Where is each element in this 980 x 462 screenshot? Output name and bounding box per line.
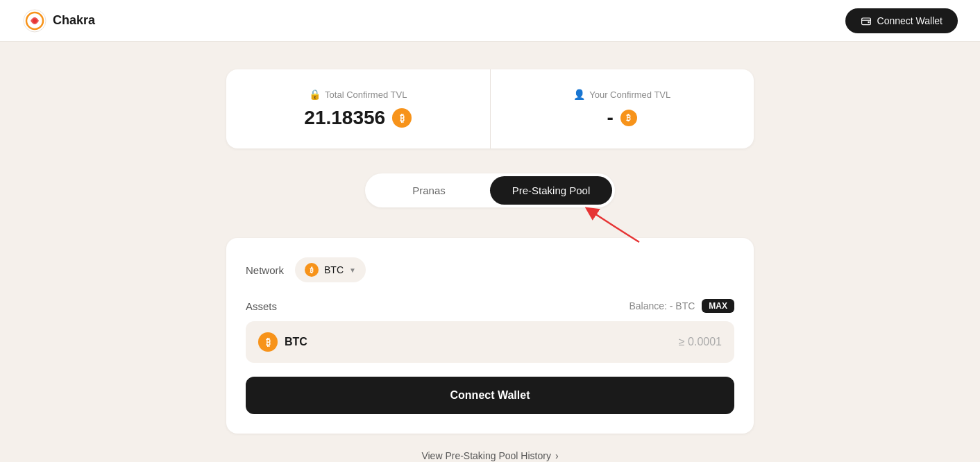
asset-amount-placeholder: ≥ 0.0001 bbox=[679, 336, 722, 348]
max-button[interactable]: MAX bbox=[702, 299, 734, 313]
total-tvl-value: 21.18356 ₿ bbox=[304, 107, 412, 129]
your-tvl-label: 👤 Your Confirmed TVL bbox=[573, 89, 670, 100]
history-link-label: View Pre-Staking Pool History bbox=[421, 450, 550, 461]
balance-row: Balance: - BTC MAX bbox=[629, 299, 734, 313]
user-icon: 👤 bbox=[573, 89, 585, 100]
network-selector-button[interactable]: ₿ BTC ▼ bbox=[295, 257, 366, 282]
total-tvl-section: 🔒 Total Confirmed TVL 21.18356 ₿ bbox=[226, 69, 491, 148]
header-connect-wallet-label: Connect Wallet bbox=[877, 15, 943, 26]
btc-network-icon: ₿ bbox=[305, 263, 319, 277]
svg-rect-3 bbox=[861, 18, 870, 25]
chevron-down-icon: ▼ bbox=[349, 266, 356, 274]
chakra-logo-icon bbox=[22, 8, 47, 33]
staking-card: Network ₿ BTC ▼ Assets Balance: - BTC MA… bbox=[226, 238, 754, 434]
btc-coin-total: ₿ bbox=[392, 108, 412, 128]
arrow-container bbox=[226, 207, 754, 242]
network-row: Network ₿ BTC ▼ bbox=[246, 257, 734, 282]
assets-row: Assets Balance: - BTC MAX bbox=[246, 299, 734, 313]
tab-prestaking[interactable]: Pre-Staking Pool bbox=[490, 176, 612, 205]
asset-name: BTC bbox=[285, 336, 307, 348]
tab-pranas[interactable]: Pranas bbox=[368, 176, 490, 205]
svg-rect-4 bbox=[868, 21, 869, 22]
header: Chakra Connect Wallet bbox=[0, 0, 980, 42]
svg-point-2 bbox=[33, 19, 37, 23]
tvl-card: 🔒 Total Confirmed TVL 21.18356 ₿ 👤 Your … bbox=[226, 69, 754, 148]
network-label: Network bbox=[246, 264, 284, 276]
balance-label: Balance: - BTC bbox=[629, 300, 695, 311]
total-tvl-label: 🔒 Total Confirmed TVL bbox=[309, 89, 407, 100]
arrow-indicator-icon bbox=[584, 204, 646, 246]
history-link[interactable]: View Pre-Staking Pool History › bbox=[421, 450, 558, 461]
tabs-wrapper: Pranas Pre-Staking Pool Network bbox=[226, 173, 754, 461]
network-value: BTC bbox=[324, 264, 344, 275]
main-connect-wallet-button[interactable]: Connect Wallet bbox=[246, 377, 734, 414]
your-tvl-value: - ₿ bbox=[607, 107, 637, 129]
tabs-and-arrow: Pranas Pre-Staking Pool bbox=[226, 173, 754, 235]
lock-icon: 🔒 bbox=[309, 89, 321, 100]
main-content: 🔒 Total Confirmed TVL 21.18356 ₿ 👤 Your … bbox=[0, 42, 980, 462]
header-connect-wallet-button[interactable]: Connect Wallet bbox=[845, 8, 958, 33]
chevron-right-icon: › bbox=[555, 450, 559, 461]
wallet-icon bbox=[861, 15, 872, 26]
btc-asset-icon: ₿ bbox=[258, 332, 278, 352]
btc-coin-your: ₿ bbox=[620, 110, 637, 126]
tabs-container: Pranas Pre-Staking Pool bbox=[365, 173, 615, 207]
logo-text: Chakra bbox=[53, 13, 95, 28]
your-tvl-section: 👤 Your Confirmed TVL - ₿ bbox=[491, 69, 754, 148]
assets-label: Assets bbox=[246, 300, 277, 312]
asset-input-row: ₿ BTC ≥ 0.0001 bbox=[246, 321, 734, 363]
logo: Chakra bbox=[22, 8, 95, 33]
asset-left: ₿ BTC bbox=[258, 332, 307, 352]
